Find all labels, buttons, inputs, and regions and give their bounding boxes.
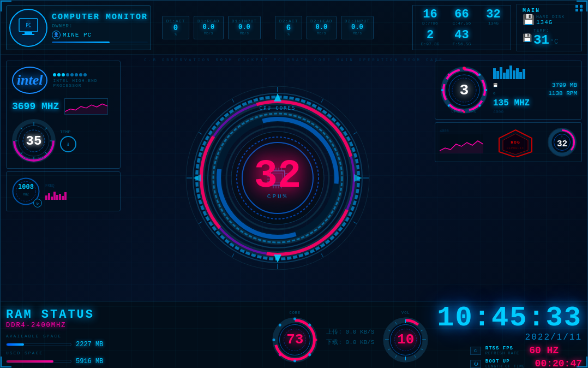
svg-text:1008: 1008 — [18, 183, 34, 191]
core-value: 3 — [460, 82, 469, 99]
rog-section: 4000 ROG REPUBLIC — [435, 122, 582, 162]
svg-text:CPU CORES: CPU CORES — [260, 105, 296, 111]
d1-read-indicator: D1:READ 0.0 Mb/s — [194, 16, 224, 39]
owner-name: MINE PC — [63, 32, 92, 38]
temp-circle: 🌡 — [60, 136, 76, 152]
intel-logo: intel — [12, 67, 47, 94]
rtss-label: RTSS FPS — [485, 346, 519, 351]
svg-rect-2 — [22, 34, 34, 35]
clock-date: 2022/1/11 — [525, 333, 582, 342]
core-gauge-section: CORE 73 — [272, 311, 318, 363]
core-label: CPU% CORE — [440, 109, 489, 114]
stat-cell-5: 43 F:56.5G — [447, 28, 477, 48]
svg-point-111 — [273, 339, 275, 341]
avatar: PC — [9, 9, 47, 47]
small-temp-value: 32 — [557, 139, 567, 149]
svg-line-47 — [353, 222, 357, 224]
core-rpm: 1138 RPM — [548, 90, 577, 97]
rtss-sublabel: REFRESH RATE — [485, 351, 519, 355]
boot-sublabel: LENGTH OF TIME — [485, 364, 525, 368]
right-cpu-stats: 💾 3799 MB ⚙ 1138 RPM 135 MHZ 4000 — [493, 66, 577, 115]
svg-rect-1 — [25, 32, 32, 34]
core-bottom-value: 73 — [286, 331, 303, 348]
used-bar: USED SPACE — [6, 351, 263, 355]
stat-cell-6 — [478, 28, 508, 48]
stat-cell-3: 32 134G — [478, 8, 508, 27]
used-bar-fill — [7, 360, 53, 363]
svg-marker-41 — [193, 174, 201, 182]
freq-indicator: 1008 MHZ ↻ FREQ — [6, 171, 121, 211]
app-title: COMPUTER MONITOR — [52, 13, 148, 22]
vol-value: 10 — [397, 331, 414, 348]
logo-progress-bar — [52, 41, 148, 43]
rtss-value: 60 HZ — [529, 345, 559, 356]
svg-line-51 — [199, 222, 202, 224]
network-section: 上传: 0.0 KB/S 下载: 0.0 KB/S — [326, 328, 374, 346]
cpu-main-value: 32 — [254, 157, 301, 196]
svg-marker-40 — [274, 254, 281, 263]
rtss-row: C RTSS FPS REFRESH RATE 60 HZ — [470, 345, 582, 356]
upload-label: 上传: 0.0 KB/S — [326, 328, 374, 336]
cpu-smp-value: 35 — [26, 134, 42, 149]
logo-section: PC COMPUTER MONITOR OWNER: 👤 MINE PC — [6, 5, 151, 50]
download-label: 下载: 0.0 KB/S — [326, 338, 374, 346]
cpu-main-label: CPU% — [267, 193, 288, 200]
intel-label: INTEL HIGH-END PROCESSOR — [53, 78, 115, 88]
app-subtitle: OWNER: — [52, 23, 148, 29]
owner-row: 👤 MINE PC — [52, 31, 148, 39]
available-bar: AVAILABLE SPACE — [6, 334, 263, 339]
disk-indicators: D1:ACT 0 % D1:READ 0.0 Mb/s D1:INPUT 0.0… — [162, 16, 404, 39]
freq-circle: 1008 MHZ ↻ — [11, 176, 41, 206]
clock-section: 10:45:33 2022/1/11 C RTSS FPS REFRESH RA… — [437, 304, 582, 368]
svg-line-45 — [353, 133, 357, 135]
available-bar-fill — [7, 343, 24, 346]
svg-line-53 — [199, 133, 202, 135]
available-bar-bg — [6, 343, 71, 346]
stat-rpm-row: ⚙ 1138 RPM — [493, 90, 577, 97]
cpu-center-display: 32 CPU% — [254, 157, 301, 200]
cpu-smp-label: CPU C SMP — [12, 157, 56, 161]
svg-point-107 — [315, 339, 317, 341]
vol-gauge: 10 — [382, 317, 429, 363]
boot-row: ⏻ BOOT UP LENGTH OF TIME 00:20:47 — [470, 358, 582, 368]
svg-line-44 — [321, 99, 323, 102]
core-bottom-gauge: 73 — [272, 317, 318, 363]
core-freq: 135 MHZ — [493, 98, 577, 108]
user-icon: 👤 — [52, 31, 61, 39]
hd-icon: 💾 — [523, 14, 535, 26]
available-bar-track: 2227 MB — [6, 341, 263, 348]
used-bar-track: 5916 MB — [6, 358, 263, 365]
intel-section: intel INTEL HIGH-END — [6, 61, 121, 169]
svg-text:PC: PC — [26, 23, 31, 28]
cpu-smp-extra: TEMP 🌡 — [60, 129, 76, 152]
svg-point-86 — [441, 89, 443, 91]
svg-point-109 — [293, 359, 296, 362]
system-info: C RTSS FPS REFRESH RATE 60 HZ ⏻ BOOT UP … — [470, 345, 582, 368]
dashboard: PC COMPUTER MONITOR OWNER: 👤 MINE PC — [0, 0, 588, 368]
svg-text:ROG: ROG — [511, 140, 520, 145]
cpu-visualization: CPU CORES 32 CPU% — [182, 82, 373, 274]
small-temp-gauge: 🌡 32 — [547, 127, 577, 157]
svg-text:MHZ: MHZ — [23, 192, 29, 196]
boot-label: BOOT UP — [485, 359, 525, 364]
rtss-icon: C — [470, 347, 481, 355]
logo-text: COMPUTER MONITOR OWNER: 👤 MINE PC — [52, 13, 148, 43]
cpu-bar-graph — [493, 66, 577, 79]
top-bar: PC COMPUTER MONITOR OWNER: 👤 MINE PC — [1, 1, 587, 55]
vol-gauge-section: VOL — [382, 311, 429, 363]
core-freq-scale: 4000 — [493, 109, 577, 114]
right-panel: 3 CPU% CORE — [432, 58, 585, 298]
svg-point-80 — [463, 67, 466, 70]
boot-value: 00:20:47 — [535, 358, 582, 368]
middle-section: intel INTEL HIGH-END — [1, 55, 587, 301]
hd-icon2: 💾 — [523, 33, 532, 43]
d2-head-indicator: D2:HEAD 0.0 Mb/s — [307, 16, 337, 39]
rog-logo: ROG REPUBLIC — [488, 127, 543, 157]
boot-icon: ⏻ — [470, 360, 481, 368]
d2-act-indicator: D2:ACT 6 % — [275, 16, 302, 39]
stat-cell-2: 66 C:47.56 — [447, 8, 477, 27]
ram-subtitle: DDR4-2400MHZ — [6, 322, 263, 329]
freq-mini-graph: FREQ — [45, 183, 89, 200]
ram-stat: AVAILABLE SPACE 2227 MB USED SPACE 5916 … — [6, 334, 263, 365]
cpu-core-section: 3 CPU% CORE — [435, 61, 582, 120]
